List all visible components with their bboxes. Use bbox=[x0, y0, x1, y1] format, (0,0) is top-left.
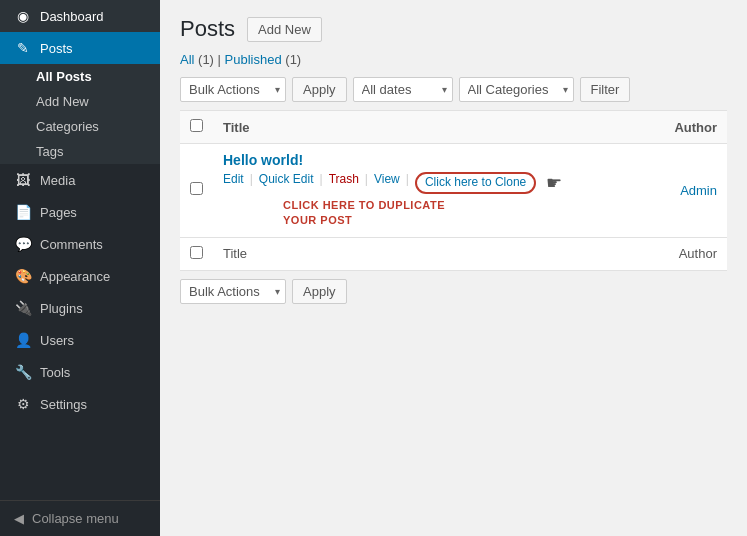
toolbar-top: Bulk Actions ▾ Apply All dates ▾ All Cat… bbox=[180, 77, 727, 102]
sidebar-item-comments[interactable]: 💬 Comments bbox=[0, 228, 160, 260]
table-row: Hello world! Edit | Quick Edit | Trash |… bbox=[180, 144, 727, 238]
posts-table: Title Author Hello world! Edit | Qui bbox=[180, 110, 727, 271]
sidebar-item-settings[interactable]: ⚙ Settings bbox=[0, 388, 160, 420]
th-checkbox bbox=[180, 111, 213, 144]
row-checkbox-cell bbox=[180, 144, 213, 238]
th-author: Author bbox=[647, 111, 727, 144]
categories-select[interactable]: All Categories bbox=[459, 77, 574, 102]
row-actions: Edit | Quick Edit | Trash | View | Click… bbox=[223, 172, 637, 194]
author-link[interactable]: Admin bbox=[680, 183, 717, 198]
media-icon: 🖼 bbox=[14, 172, 32, 188]
main-content: Posts Add New All (1) | Published (1) Bu… bbox=[160, 0, 747, 536]
dates-select[interactable]: All dates bbox=[353, 77, 453, 102]
bulk-actions-select-top[interactable]: Bulk Actions bbox=[180, 77, 286, 102]
collapse-icon: ◀ bbox=[14, 511, 24, 526]
subnav-published-link[interactable]: Published (1) bbox=[225, 52, 302, 67]
subnav: All (1) | Published (1) bbox=[180, 52, 727, 67]
collapse-menu-button[interactable]: ◀ Collapse menu bbox=[0, 500, 160, 536]
comments-icon: 💬 bbox=[14, 236, 32, 252]
row-title-cell: Hello world! Edit | Quick Edit | Trash |… bbox=[213, 144, 647, 238]
sidebar-item-label: Posts bbox=[40, 41, 73, 56]
sidebar-item-label: Tools bbox=[40, 365, 70, 380]
footer-author-cell: Author bbox=[647, 237, 727, 270]
sidebar-item-posts[interactable]: ✎ Posts bbox=[0, 32, 160, 64]
subnav-all-link[interactable]: All (1) bbox=[180, 52, 214, 67]
sidebar-item-label: Comments bbox=[40, 237, 103, 252]
pages-icon: 📄 bbox=[14, 204, 32, 220]
collapse-label: Collapse menu bbox=[32, 511, 119, 526]
submenu-categories[interactable]: Categories bbox=[0, 114, 160, 139]
sidebar-item-appearance[interactable]: 🎨 Appearance bbox=[0, 260, 160, 292]
sidebar-item-pages[interactable]: 📄 Pages bbox=[0, 196, 160, 228]
add-new-button[interactable]: Add New bbox=[247, 17, 322, 42]
table-footer-row: Title Author bbox=[180, 237, 727, 270]
sidebar-item-label: Dashboard bbox=[40, 9, 104, 24]
row-author-cell: Admin bbox=[647, 144, 727, 238]
appearance-icon: 🎨 bbox=[14, 268, 32, 284]
toolbar-bottom: Bulk Actions ▾ Apply bbox=[180, 279, 727, 304]
submenu-add-new[interactable]: Add New bbox=[0, 89, 160, 114]
dashboard-icon: ◉ bbox=[14, 8, 32, 24]
sidebar-item-dashboard[interactable]: ◉ Dashboard bbox=[0, 0, 160, 32]
sidebar-item-tools[interactable]: 🔧 Tools bbox=[0, 356, 160, 388]
th-title[interactable]: Title bbox=[213, 111, 647, 144]
sidebar-item-media[interactable]: 🖼 Media bbox=[0, 164, 160, 196]
sidebar-item-label: Users bbox=[40, 333, 74, 348]
bulk-actions-wrap-top: Bulk Actions ▾ bbox=[180, 77, 286, 102]
posts-icon: ✎ bbox=[14, 40, 32, 56]
post-title-link[interactable]: Hello world! bbox=[223, 152, 637, 168]
sidebar-item-label: Pages bbox=[40, 205, 77, 220]
hand-cursor-icon: ☛ bbox=[546, 172, 562, 194]
trash-link[interactable]: Trash bbox=[329, 172, 359, 194]
sidebar-item-users[interactable]: 👤 Users bbox=[0, 324, 160, 356]
sidebar-item-label: Media bbox=[40, 173, 75, 188]
sidebar: ◉ Dashboard ✎ Posts All Posts Add New Ca… bbox=[0, 0, 160, 536]
submenu-tags[interactable]: Tags bbox=[0, 139, 160, 164]
plugins-icon: 🔌 bbox=[14, 300, 32, 316]
sidebar-item-plugins[interactable]: 🔌 Plugins bbox=[0, 292, 160, 324]
select-all-checkbox-bottom[interactable] bbox=[190, 246, 203, 259]
dates-wrap: All dates ▾ bbox=[353, 77, 453, 102]
apply-button-top[interactable]: Apply bbox=[292, 77, 347, 102]
filter-button[interactable]: Filter bbox=[580, 77, 631, 102]
tools-icon: 🔧 bbox=[14, 364, 32, 380]
sidebar-item-label: Plugins bbox=[40, 301, 83, 316]
quick-edit-link[interactable]: Quick Edit bbox=[259, 172, 314, 194]
settings-icon: ⚙ bbox=[14, 396, 32, 412]
clone-callout-text: CLICK HERE TO DUPLICATEYOUR POST bbox=[283, 198, 637, 229]
submenu-all-posts[interactable]: All Posts bbox=[0, 64, 160, 89]
footer-title-cell[interactable]: Title bbox=[213, 237, 647, 270]
view-link[interactable]: View bbox=[374, 172, 400, 194]
table-header-row: Title Author bbox=[180, 111, 727, 144]
categories-wrap: All Categories ▾ bbox=[459, 77, 574, 102]
bulk-actions-wrap-bottom: Bulk Actions ▾ bbox=[180, 279, 286, 304]
apply-button-bottom[interactable]: Apply bbox=[292, 279, 347, 304]
edit-link[interactable]: Edit bbox=[223, 172, 244, 194]
select-all-checkbox-top[interactable] bbox=[190, 119, 203, 132]
sidebar-item-label: Settings bbox=[40, 397, 87, 412]
posts-submenu: All Posts Add New Categories Tags bbox=[0, 64, 160, 164]
footer-checkbox-cell bbox=[180, 237, 213, 270]
sidebar-item-label: Appearance bbox=[40, 269, 110, 284]
users-icon: 👤 bbox=[14, 332, 32, 348]
page-header: Posts Add New bbox=[180, 16, 727, 42]
row-checkbox[interactable] bbox=[190, 182, 203, 195]
clone-button[interactable]: Click here to Clone bbox=[415, 172, 536, 194]
bulk-actions-select-bottom[interactable]: Bulk Actions bbox=[180, 279, 286, 304]
page-title: Posts bbox=[180, 16, 235, 42]
